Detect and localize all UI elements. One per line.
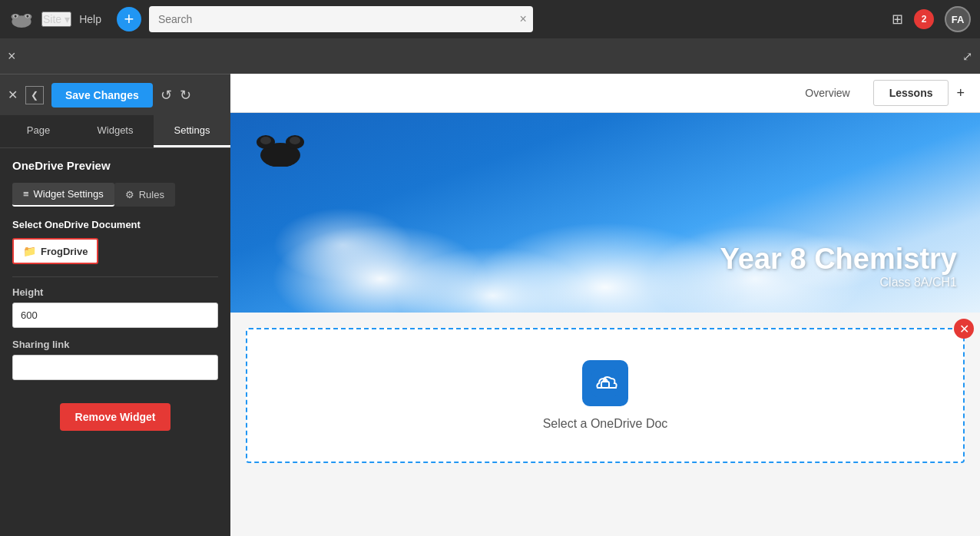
notification-count: 2 <box>914 9 934 29</box>
notif-number: 2 <box>922 14 927 25</box>
height-input[interactable] <box>12 303 218 328</box>
onedrive-widget-label: Select a OneDrive Doc <box>543 417 668 431</box>
frog-drive-label: FrogDrive <box>41 246 88 257</box>
widget-sub-tabs: ≡ Widget Settings ⚙ Rules <box>12 183 218 207</box>
close-button[interactable]: ✕ <box>8 88 18 102</box>
expand-button[interactable]: ⤢ <box>962 49 972 64</box>
onedrive-cloud-icon <box>591 369 619 397</box>
widget-close-button[interactable]: ✕ <box>954 319 974 339</box>
search-bar: × <box>149 6 533 32</box>
sharing-link-input[interactable] <box>12 355 218 380</box>
page-nav-add-button[interactable]: + <box>956 85 965 101</box>
add-button[interactable]: + <box>117 7 141 31</box>
svg-point-10 <box>260 137 271 144</box>
tab-widgets[interactable]: Widgets <box>77 115 154 147</box>
sharing-link-label: Sharing link <box>12 339 218 350</box>
redo-button[interactable]: ↻ <box>180 87 191 104</box>
notifications-badge[interactable]: 2 <box>914 9 934 29</box>
panel-tabs: Page Widgets Settings <box>0 115 230 148</box>
hero-frog-icon <box>253 128 307 167</box>
frog-logo-icon <box>9 11 34 28</box>
left-panel: ✕ ❮ Save Changes ↺ ↻ Page Widgets Settin… <box>0 74 230 536</box>
svg-point-11 <box>290 137 300 144</box>
grid-icon[interactable]: ⊞ <box>892 11 903 28</box>
chevron-down-icon: ▾ <box>65 13 70 25</box>
avatar-initials: FA <box>952 14 965 25</box>
onedrive-widget: ✕ Select a OneDrive Doc <box>246 328 965 463</box>
undo-button[interactable]: ↺ <box>161 87 172 104</box>
nav-right-area: ⊞ 2 FA <box>892 6 971 32</box>
panel-content: OneDrive Preview ≡ Widget Settings ⚙ Rul… <box>0 148 230 536</box>
close-panel-button[interactable]: × <box>8 48 16 65</box>
settings-icon: ≡ <box>23 188 29 200</box>
avatar[interactable]: FA <box>945 6 971 32</box>
hero-text: Year 8 Chemistry Class 8A/CH1 <box>720 243 957 290</box>
right-content: Overview Lessons + Year 8 Chemistry Clas… <box>230 74 980 536</box>
onedrive-icon-box <box>582 360 628 406</box>
search-input[interactable] <box>149 6 533 32</box>
divider-1 <box>12 276 218 277</box>
rules-label: Rules <box>139 189 164 200</box>
height-label: Height <box>12 286 218 298</box>
top-navigation: Site ▾ Help + × ⊞ 2 FA <box>0 0 980 38</box>
save-changes-button[interactable]: Save Changes <box>51 83 153 108</box>
svg-point-6 <box>26 15 28 18</box>
page-header-bar: Overview Lessons + <box>230 74 980 113</box>
app-logo <box>9 11 34 28</box>
hero-subtitle: Class 8A/CH1 <box>720 276 957 290</box>
sub-navigation: × ⤢ <box>0 38 980 74</box>
tab-overview[interactable]: Overview <box>790 81 865 105</box>
tab-page[interactable]: Page <box>0 115 77 147</box>
widget-settings-label: Widget Settings <box>34 188 104 200</box>
search-clear-button[interactable]: × <box>520 12 527 26</box>
widget-title: OneDrive Preview <box>12 159 218 172</box>
editor-toolbar: ✕ ❮ Save Changes ↺ ↻ <box>0 74 230 115</box>
help-button[interactable]: Help <box>79 13 101 25</box>
tab-lessons[interactable]: Lessons <box>873 80 949 106</box>
hero-logo <box>253 128 307 170</box>
site-menu-button[interactable]: Site ▾ <box>41 12 71 27</box>
frog-drive-button[interactable]: 📁 FrogDrive <box>12 238 98 264</box>
remove-widget-button[interactable]: Remove Widget <box>60 403 171 431</box>
tab-settings[interactable]: Settings <box>154 115 230 147</box>
hero-image: Year 8 Chemistry Class 8A/CH1 <box>230 113 980 313</box>
main-layout: ✕ ❮ Save Changes ↺ ↻ Page Widgets Settin… <box>0 74 980 536</box>
site-label: Site <box>43 13 61 25</box>
svg-point-5 <box>15 15 17 18</box>
rules-icon: ⚙ <box>125 189 134 200</box>
hero-title: Year 8 Chemistry <box>720 243 957 276</box>
select-document-label: Select OneDrive Document <box>12 219 218 230</box>
sub-tab-widget-settings[interactable]: ≡ Widget Settings <box>12 183 114 207</box>
folder-icon: 📁 <box>23 245 36 257</box>
widget-area: ✕ Select a OneDrive Doc <box>230 313 980 536</box>
sub-tab-rules[interactable]: ⚙ Rules <box>114 183 175 207</box>
collapse-button[interactable]: ❮ <box>25 86 44 104</box>
